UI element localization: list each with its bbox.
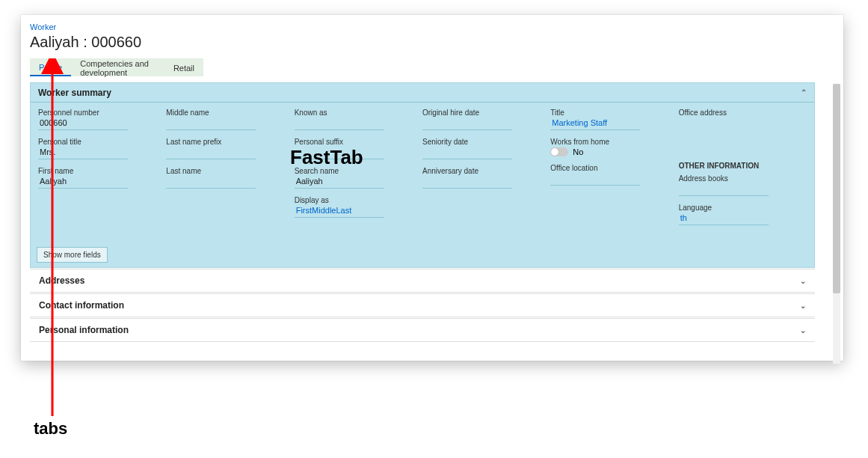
wfh-label: Works from home bbox=[550, 138, 666, 146]
breadcrumb[interactable]: Worker bbox=[30, 22, 56, 31]
personnel-number-value[interactable]: 000660 bbox=[38, 118, 128, 130]
anniv-label: Anniversary date bbox=[422, 167, 538, 175]
known-as-value[interactable] bbox=[295, 118, 384, 130]
tab-profile[interactable]: Profile bbox=[30, 59, 71, 76]
tab-bar: Profile Competencies and development Ret… bbox=[30, 58, 203, 76]
chevron-up-icon: ⌃ bbox=[801, 88, 807, 97]
wfh-toggle[interactable] bbox=[550, 147, 568, 156]
fasttab-title: Worker summary bbox=[38, 88, 111, 98]
last-name-value[interactable] bbox=[166, 177, 256, 189]
office-loc-value[interactable] bbox=[550, 174, 640, 186]
wfh-value: No bbox=[573, 147, 583, 156]
fasttab-worker-summary: Worker summary ⌃ Personnel number 000660… bbox=[30, 82, 815, 268]
personal-title-value[interactable]: Mrs. bbox=[38, 147, 128, 159]
seniority-label: Seniority date bbox=[422, 138, 538, 146]
fasttab-body: Personnel number 000660 Personal title M… bbox=[31, 103, 814, 267]
col-3: Known as Personal suffix Search name Aal… bbox=[295, 109, 422, 263]
last-name-prefix-value[interactable] bbox=[166, 147, 256, 159]
addr-books-label: Address books bbox=[679, 174, 795, 183]
search-name-label: Search name bbox=[295, 167, 410, 175]
scrollbar[interactable] bbox=[833, 84, 840, 364]
worker-window: Worker Aaliyah : 000660 Profile Competen… bbox=[21, 15, 843, 361]
middle-name-value[interactable] bbox=[166, 118, 256, 130]
fasttab-contact-label: Contact information bbox=[39, 300, 124, 311]
office-loc-label: Office location bbox=[550, 164, 666, 172]
addr-books-value[interactable] bbox=[679, 184, 769, 196]
annotation-tabs: tabs bbox=[34, 419, 67, 439]
tab-competencies[interactable]: Competencies and development bbox=[71, 55, 164, 80]
fasttab-personal-label: Personal information bbox=[39, 325, 129, 335]
last-name-label: Last name bbox=[166, 167, 282, 175]
first-name-label: First name bbox=[38, 167, 154, 175]
display-as-value[interactable]: FirstMiddleLast bbox=[295, 206, 384, 218]
seniority-value[interactable] bbox=[422, 147, 512, 159]
title-label: Title bbox=[550, 109, 666, 117]
language-label: Language bbox=[679, 204, 795, 212]
show-more-fields-button[interactable]: Show more fields bbox=[37, 247, 108, 263]
fasttab-addresses-label: Addresses bbox=[39, 275, 84, 286]
orig-hire-value[interactable] bbox=[422, 118, 512, 130]
anniv-value[interactable] bbox=[422, 177, 512, 189]
chevron-down-icon: ⌄ bbox=[800, 277, 806, 285]
display-as-label: Display as bbox=[295, 196, 410, 204]
fasttab-header-worker-summary[interactable]: Worker summary ⌃ bbox=[31, 83, 814, 103]
personal-title-label: Personal title bbox=[38, 138, 154, 146]
page-title: Aaliyah : 000660 bbox=[30, 34, 141, 51]
chevron-down-icon: ⌄ bbox=[800, 326, 806, 335]
office-addr-value[interactable] bbox=[679, 118, 769, 130]
personnel-number-label: Personnel number bbox=[38, 109, 154, 117]
col-6: Office address OTHER INFORMATION Address… bbox=[679, 109, 807, 263]
col-1: Personnel number 000660 Personal title M… bbox=[38, 109, 166, 263]
first-name-value[interactable]: Aaliyah bbox=[38, 177, 128, 189]
middle-name-label: Middle name bbox=[166, 109, 282, 117]
last-name-prefix-label: Last name prefix bbox=[166, 138, 282, 146]
fasttab-addresses[interactable]: Addresses ⌄ bbox=[30, 269, 815, 293]
fasttab-personal-info[interactable]: Personal information ⌄ bbox=[30, 318, 815, 342]
other-info-heading: OTHER INFORMATION bbox=[679, 162, 795, 170]
chevron-down-icon: ⌄ bbox=[800, 302, 806, 310]
personal-suffix-label: Personal suffix bbox=[295, 138, 410, 146]
scrollbar-thumb[interactable] bbox=[833, 84, 840, 293]
personal-suffix-value[interactable] bbox=[295, 147, 384, 159]
col-2: Middle name Last name prefix Last name bbox=[166, 109, 294, 263]
fasttab-contact-info[interactable]: Contact information ⌄ bbox=[30, 293, 815, 317]
tab-retail[interactable]: Retail bbox=[164, 60, 203, 76]
col-4: Original hire date Seniority date Annive… bbox=[422, 109, 550, 263]
title-value[interactable]: Marketing Staff bbox=[550, 118, 640, 130]
search-name-value[interactable]: Aaliyah bbox=[295, 177, 384, 189]
col-5: Title Marketing Staff Works from home No… bbox=[550, 109, 678, 263]
language-value[interactable]: th bbox=[679, 213, 769, 225]
office-addr-label: Office address bbox=[679, 109, 795, 117]
known-as-label: Known as bbox=[295, 109, 410, 117]
fasttab-container: Worker summary ⌃ Personnel number 000660… bbox=[30, 82, 825, 367]
orig-hire-label: Original hire date bbox=[422, 109, 538, 117]
